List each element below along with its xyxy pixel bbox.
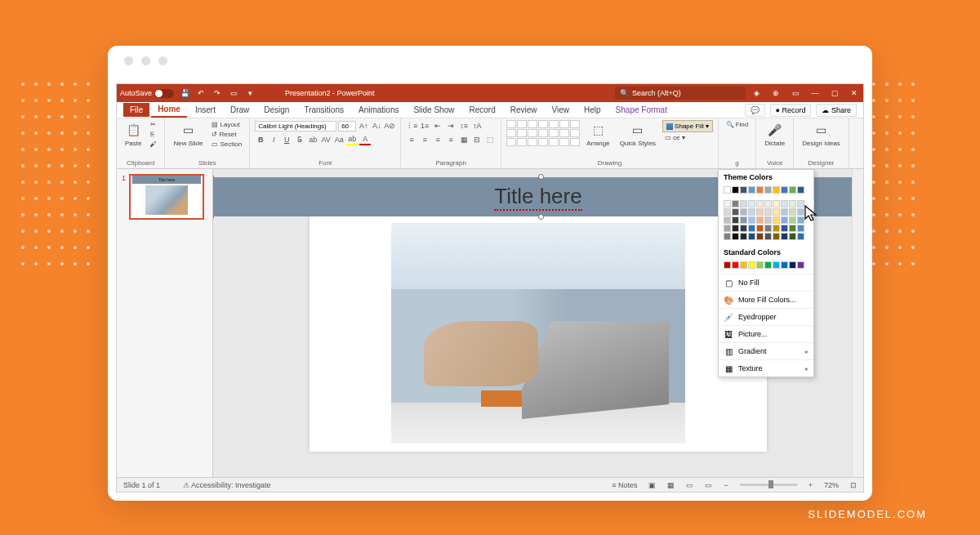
tab-file[interactable]: File bbox=[123, 103, 149, 117]
tab-shape-format[interactable]: Shape Format bbox=[609, 103, 674, 117]
color-swatch[interactable] bbox=[773, 233, 780, 240]
reset-button[interactable]: ↺ Reset bbox=[209, 130, 244, 139]
tab-transitions[interactable]: Transitions bbox=[297, 103, 350, 117]
slide-count[interactable]: Slide 1 of 1 bbox=[123, 481, 160, 489]
shape-fill-button[interactable]: Shape Fill ▾ bbox=[662, 120, 713, 132]
slide-main-image[interactable] bbox=[391, 223, 685, 444]
color-swatch[interactable] bbox=[797, 261, 804, 269]
color-swatch[interactable] bbox=[748, 233, 755, 240]
record-button[interactable]: ● Record bbox=[770, 104, 812, 117]
slide-canvas[interactable]: Title here bbox=[310, 182, 767, 452]
color-swatch[interactable] bbox=[789, 208, 796, 216]
picture-item[interactable]: 🖼 Picture... bbox=[719, 325, 813, 342]
redo-icon[interactable]: ↷ bbox=[212, 87, 223, 99]
underline-button[interactable]: U bbox=[281, 134, 292, 145]
share-button[interactable]: ☁ Share bbox=[816, 104, 857, 117]
notes-button[interactable]: ≡ Notes bbox=[612, 481, 637, 489]
vertical-scrollbar[interactable] bbox=[852, 169, 863, 477]
color-swatch[interactable] bbox=[748, 186, 755, 194]
selection-handle[interactable] bbox=[213, 174, 214, 180]
justify-button[interactable]: ≡ bbox=[445, 134, 457, 145]
zoom-out-button[interactable]: − bbox=[724, 481, 728, 489]
tab-insert[interactable]: Insert bbox=[189, 103, 222, 117]
color-swatch[interactable] bbox=[724, 225, 731, 232]
find-button[interactable]: 🔍 Find bbox=[724, 120, 751, 129]
color-swatch[interactable] bbox=[797, 186, 804, 194]
color-swatch[interactable] bbox=[756, 186, 764, 194]
account-icon[interactable]: ⊕ bbox=[770, 87, 782, 99]
color-swatch[interactable] bbox=[740, 216, 747, 224]
color-swatch[interactable] bbox=[781, 225, 788, 232]
normal-view-button[interactable]: ▣ bbox=[648, 481, 656, 489]
color-swatch[interactable] bbox=[732, 233, 739, 240]
color-swatch[interactable] bbox=[732, 186, 739, 194]
color-swatch[interactable] bbox=[789, 233, 796, 240]
color-swatch[interactable] bbox=[724, 216, 731, 224]
save-icon[interactable]: 💾 bbox=[179, 87, 190, 99]
color-swatch[interactable] bbox=[748, 216, 755, 224]
color-swatch[interactable] bbox=[773, 261, 780, 269]
selection-handle[interactable] bbox=[213, 214, 214, 220]
color-swatch[interactable] bbox=[797, 233, 804, 240]
color-swatch[interactable] bbox=[789, 200, 796, 207]
paste-button[interactable]: 📋 Paste bbox=[122, 120, 145, 149]
color-swatch[interactable] bbox=[773, 186, 780, 194]
tab-help[interactable]: Help bbox=[577, 103, 608, 117]
tab-record[interactable]: Record bbox=[462, 103, 501, 117]
decrease-font-button[interactable]: A↓ bbox=[371, 120, 382, 132]
color-swatch[interactable] bbox=[789, 261, 796, 269]
color-swatch[interactable] bbox=[732, 225, 739, 232]
format-painter-button[interactable]: 🖌 bbox=[148, 140, 159, 149]
spacing-button[interactable]: AV bbox=[320, 134, 332, 145]
no-fill-item[interactable]: ▢ No Fill bbox=[719, 274, 813, 291]
new-slide-button[interactable]: ▭ New Slide bbox=[170, 120, 206, 149]
color-swatch[interactable] bbox=[740, 186, 747, 194]
smartart-button[interactable]: ⬚ bbox=[484, 134, 496, 145]
shadow-button[interactable]: ab bbox=[307, 134, 318, 145]
color-swatch[interactable] bbox=[781, 208, 788, 216]
quick-styles-button[interactable]: ▭ Quick Styles bbox=[617, 120, 659, 149]
texture-item[interactable]: ▦ Texture ▸ bbox=[719, 359, 813, 377]
text-direction-button[interactable]: ↕A bbox=[471, 120, 483, 132]
font-family-select[interactable]: Calibri Light (Headings) bbox=[255, 121, 336, 132]
color-swatch[interactable] bbox=[724, 261, 731, 269]
color-swatch[interactable] bbox=[756, 261, 764, 269]
italic-button[interactable]: I bbox=[268, 134, 279, 145]
color-swatch[interactable] bbox=[764, 216, 772, 224]
zoom-in-button[interactable]: + bbox=[808, 481, 813, 489]
color-swatch[interactable] bbox=[748, 200, 755, 207]
color-swatch[interactable] bbox=[764, 233, 772, 240]
slide-thumbnail[interactable]: Title here bbox=[129, 174, 204, 220]
color-swatch[interactable] bbox=[764, 186, 772, 194]
diamond-icon[interactable]: ◈ bbox=[751, 87, 762, 99]
ribbon-options-icon[interactable]: ▭ bbox=[790, 87, 801, 99]
font-size-select[interactable]: 60 bbox=[338, 121, 356, 132]
cut-button[interactable]: ✂ bbox=[148, 120, 159, 129]
tab-view[interactable]: View bbox=[546, 103, 577, 117]
color-swatch[interactable] bbox=[773, 225, 780, 232]
bullets-button[interactable]: ⋮≡ bbox=[406, 120, 417, 132]
line-spacing-button[interactable]: ↕≡ bbox=[458, 120, 470, 132]
color-swatch[interactable] bbox=[781, 261, 788, 269]
fit-to-window-button[interactable]: ⊡ bbox=[850, 481, 857, 489]
increase-font-button[interactable]: A↑ bbox=[358, 120, 369, 132]
section-button[interactable]: ▭ Section bbox=[209, 140, 244, 149]
tab-slideshow[interactable]: Slide Show bbox=[407, 103, 461, 117]
align-center-button[interactable]: ≡ bbox=[419, 134, 430, 145]
eyedropper-item[interactable]: 💉 Eyedropper bbox=[719, 308, 813, 325]
font-color-button[interactable]: A bbox=[359, 134, 371, 145]
close-icon[interactable]: ✕ bbox=[849, 87, 860, 99]
color-swatch[interactable] bbox=[740, 233, 747, 240]
clear-format-button[interactable]: A⊘ bbox=[384, 120, 395, 132]
tab-home[interactable]: Home bbox=[151, 102, 187, 118]
color-swatch[interactable] bbox=[789, 186, 796, 194]
numbering-button[interactable]: 1≡ bbox=[419, 120, 430, 132]
color-swatch[interactable] bbox=[748, 225, 755, 232]
case-button[interactable]: Aa bbox=[333, 134, 345, 145]
color-swatch[interactable] bbox=[773, 216, 780, 224]
color-swatch[interactable] bbox=[781, 186, 788, 194]
selection-handle[interactable] bbox=[538, 214, 544, 220]
columns-button[interactable]: ▦ bbox=[458, 134, 470, 145]
tab-draw[interactable]: Draw bbox=[224, 103, 256, 117]
zoom-slider[interactable] bbox=[740, 484, 797, 486]
